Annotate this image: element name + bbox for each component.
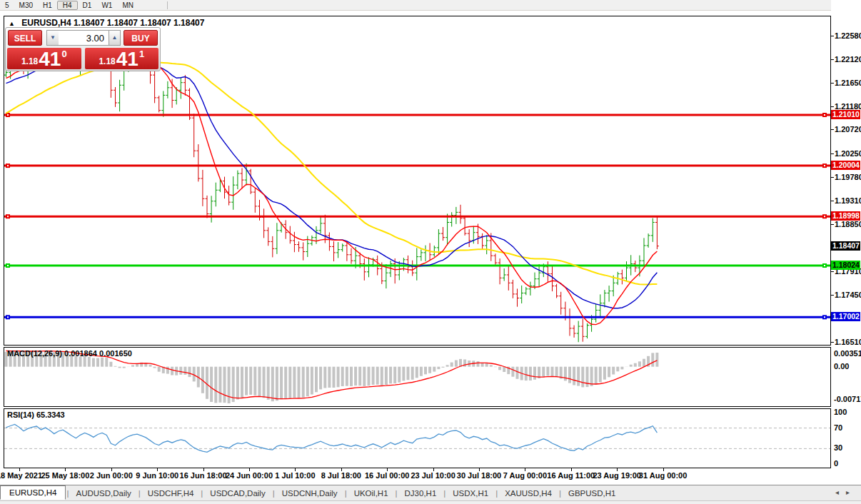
sell-price-display[interactable]: 1.18 41 0	[7, 48, 81, 69]
mt4-window: { "toolbar":{"timeframes":["5","M30","H1…	[0, 0, 861, 504]
tab-separator: |	[345, 489, 347, 498]
chart-tab-audusd[interactable]: AUDUSD,Daily	[69, 487, 137, 500]
chart-title-text: EURUSD,H4 1.18407 1.18407 1.18407 1.1840…	[21, 18, 204, 28]
chart-tab-xauusd[interactable]: XAUUSD,H4	[498, 487, 558, 500]
volume-input[interactable]	[59, 30, 109, 46]
volume-decrease-button[interactable]: ▼	[46, 30, 59, 46]
tab-scroll-right-icon[interactable]: ▸	[846, 488, 857, 496]
chart-tab-usdcad[interactable]: USDCAD,Daily	[203, 487, 271, 500]
sell-button[interactable]: SELL	[8, 30, 42, 46]
price-axis-tick: 1.22120	[835, 55, 861, 64]
rsi-scale-tick: 30	[834, 443, 842, 452]
status-strip	[0, 500, 861, 504]
tab-scroll-nav: ◂▸	[835, 488, 857, 496]
chart-tabbar: EURUSD,H4|AUDUSD,Daily|USDCHF,H4|USDCAD,…	[0, 485, 861, 500]
hline-price-badge: 1.18998	[831, 211, 860, 221]
hline-price-badge: 1.20004	[831, 161, 860, 170]
timeframe-toolbar: 5M30H1H4D1W1MN	[0, 0, 861, 11]
timeframe-button-h1[interactable]: H1	[38, 1, 57, 10]
price-axis-tick: 1.19780	[835, 173, 861, 181]
sell-price-prefix: 1.18	[21, 56, 38, 66]
price-axis-tick: 1.20720	[835, 125, 861, 133]
macd-label: MACD(12,26,9) 0.001864 0.001650	[7, 349, 132, 358]
timeframe-button-h4[interactable]: H4	[57, 1, 78, 10]
chart-tab-usdchf[interactable]: USDCHF,H4	[141, 487, 201, 500]
chart-tab-usdx[interactable]: USDX,H1	[446, 487, 495, 500]
rsi-scale-tick: 100	[834, 408, 847, 416]
buy-button[interactable]: BUY	[124, 30, 158, 46]
macd-scale-zero: 0.00	[834, 362, 849, 371]
tab-separator: |	[201, 489, 203, 498]
trade-panel-quotes: 1.18 41 0 1.18 41 1	[7, 48, 158, 69]
macd-indicator-panel[interactable]: MACD(12,26,9) 0.001864 0.001650	[4, 347, 831, 407]
timeframe-button-d1[interactable]: D1	[78, 1, 97, 10]
timeframe-button-w1[interactable]: W1	[96, 1, 117, 10]
timeframe-button-m30[interactable]: M30	[14, 1, 38, 10]
chart-collapse-icon[interactable]	[9, 18, 19, 28]
toolbar-separator	[167, 1, 168, 9]
macd-scale-min: -0.007178	[834, 395, 861, 403]
one-click-trading-panel: SELL ▼ ▲ BUY 1.18 41 0 1.18 41 1	[5, 27, 161, 71]
rsi-label: RSI(14) 65.3343	[7, 410, 65, 419]
hline-price-badge: 1.18024	[831, 261, 860, 270]
chart-tab-ukoil[interactable]: UKOil,H1	[348, 487, 395, 500]
rsi-indicator-panel[interactable]: RSI(14) 65.3343	[4, 408, 831, 468]
rsi-canvas	[4, 409, 830, 468]
rsi-scale-tick: 0	[834, 459, 838, 468]
chart-tab-eurusd[interactable]: EURUSD,H4	[0, 485, 66, 500]
price-axis-tick: 1.19310	[835, 196, 861, 205]
time-axis-label: 31 Aug 00:00	[631, 471, 695, 480]
chart-title: EURUSD,H4 1.18407 1.18407 1.18407 1.1840…	[9, 18, 204, 28]
buy-price-big: 41	[116, 51, 139, 68]
price-axis-tick: 1.17450	[835, 291, 861, 299]
tab-separator: |	[559, 489, 561, 498]
trade-panel-controls: SELL ▼ ▲ BUY	[8, 30, 158, 46]
tab-separator: |	[139, 489, 141, 498]
sell-price-big: 41	[39, 51, 61, 68]
tab-separator: |	[443, 489, 445, 498]
macd-scale-max: 0.003515	[834, 349, 861, 358]
chart-tab-usdcnh[interactable]: USDCNH,Daily	[276, 487, 344, 500]
timeframe-button-mn[interactable]: MN	[117, 1, 139, 10]
volume-increase-button[interactable]: ▲	[109, 30, 121, 46]
buy-price-display[interactable]: 1.18 41 1	[85, 48, 159, 69]
price-axis-tick: 1.16510	[835, 338, 861, 346]
chart-tab-dj30[interactable]: DJ30,H1	[398, 487, 443, 500]
price-axis-tick: 1.21650	[835, 79, 861, 87]
price-axis-tick: 1.18850	[835, 220, 861, 228]
hline-price-badge: 1.21010	[831, 110, 860, 119]
price-axis-tick: 1.20250	[835, 149, 861, 158]
buy-price-pipette: 1	[139, 49, 144, 59]
price-axis-tick: 1.22580	[835, 31, 861, 40]
tab-separator: |	[495, 489, 498, 498]
current-price-badge: 1.18407	[831, 241, 860, 251]
buy-price-prefix: 1.18	[99, 56, 115, 66]
chart-tab-gbpusd[interactable]: GBPUSD,H1	[562, 487, 622, 500]
hline-price-badge: 1.17002	[831, 312, 860, 321]
timeframe-button-5[interactable]: 5	[0, 1, 14, 10]
tab-scroll-left-icon[interactable]: ◂	[835, 488, 846, 496]
tab-separator: |	[66, 489, 69, 498]
price-axis: 0.003515 0.00 -0.007178 1.225801.221201.…	[831, 0, 861, 504]
sell-price-pipette: 0	[61, 49, 66, 59]
rsi-scale-tick: 70	[834, 423, 842, 432]
tab-separator: |	[396, 489, 398, 498]
time-axis: 18 May 202125 May 18:002 Jun 00:009 Jun …	[4, 468, 831, 484]
tab-separator: |	[273, 489, 275, 498]
